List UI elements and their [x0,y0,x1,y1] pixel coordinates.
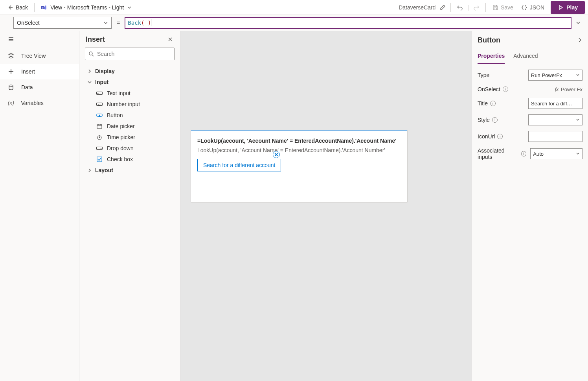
close-icon[interactable] [167,37,174,43]
rail-label: Data [21,84,33,90]
category-input[interactable]: Input [83,77,176,88]
json-button[interactable]: JSON [517,1,548,14]
formula-input[interactable]: Back( ) [125,17,571,29]
pencil-icon [439,4,446,11]
braces-icon [521,4,527,11]
category-label: Layout [95,167,113,173]
prop-label: Associated inputsi [478,147,526,160]
formula-bar: OnSelect = Back( ) [0,15,588,31]
category-display[interactable]: Display [83,66,176,77]
prop-style-select[interactable] [528,114,582,125]
divider [485,3,486,12]
equals-icon: = [112,15,125,31]
rail-insert[interactable]: Insert [0,64,79,79]
insert-check-box[interactable]: Check box [83,154,176,165]
formula-paren: ( ) [141,20,151,26]
arrow-left-icon [7,4,13,11]
redo-button[interactable] [470,1,483,14]
insert-drop-down[interactable]: Drop down [83,143,176,154]
canvas[interactable]: =LookUp(account, 'Account Name' = Entere… [180,31,472,381]
tab-properties[interactable]: Properties [478,50,505,64]
panel-title: Insert [86,35,105,44]
back-button[interactable]: Back [3,1,32,14]
play-icon [558,5,563,10]
insert-button[interactable]: Button [83,110,176,121]
formula-fn: Back [128,20,141,26]
insert-time-picker[interactable]: Time picker [83,132,176,143]
insert-search-input[interactable] [97,51,171,57]
clock-icon [96,134,103,140]
variable-icon: (x) [8,100,14,106]
properties-title: Button [478,36,500,44]
properties-panel: Button Properties Advanced Type Run Powe… [472,31,588,381]
category-label: Display [95,68,115,74]
theme-label: View - Microsoft Teams - Light [50,4,124,11]
theme-selector[interactable]: T View - Microsoft Teams - Light [37,1,136,14]
save-button[interactable]: Save [488,1,517,14]
hamburger-button[interactable] [0,31,79,48]
category-label: Input [95,79,108,85]
info-icon[interactable]: i [497,134,503,139]
insert-panel: Insert Display Input Text input 12 Numbe… [79,31,180,381]
prop-type-value: Run PowerFx [531,72,562,78]
rail-tree-view[interactable]: Tree View [0,48,79,64]
property-selector[interactable]: OnSelect [13,17,112,29]
data-icon [8,84,14,90]
prop-associated-value: Auto [533,151,544,157]
insert-text-input[interactable]: Text input [83,88,176,99]
button-icon [96,113,103,118]
chevron-down-icon [575,20,581,26]
category-layout[interactable]: Layout [83,165,176,176]
prop-associated-select[interactable]: Auto [530,148,582,159]
card-button-label: Search for a different account [203,162,275,168]
insert-item-label: Button [107,112,123,118]
prop-iconurl-input[interactable] [528,131,582,142]
info-icon[interactable]: i [521,151,526,156]
insert-number-input[interactable]: 12 Number input [83,99,176,110]
rail-data[interactable]: Data [0,79,79,95]
prop-row-type: Type Run PowerFx [478,70,582,81]
prop-label: IconUrli [478,133,503,140]
insert-item-label: Check box [107,156,133,162]
prop-label: Type [478,72,489,78]
divider [34,3,35,12]
rail-variables[interactable]: (x) Variables [0,95,79,111]
prop-title-input[interactable]: Search for a differe... [528,98,582,109]
svg-point-3 [9,85,13,87]
back-label: Back [16,4,28,11]
number-input-icon: 12 [96,102,103,107]
divider [450,3,451,12]
card-preview[interactable]: =LookUp(account, 'Account Name' = Entere… [191,130,408,202]
card-subtitle: LookUp(account, 'Account Name' = Entered… [197,147,401,153]
formula-expand-button[interactable] [571,15,585,31]
prop-onselect-link[interactable]: fx Power Fx [555,86,582,92]
info-icon[interactable]: i [492,117,498,123]
tab-advanced[interactable]: Advanced [513,50,538,64]
dropdown-icon [96,146,103,151]
insert-date-picker[interactable]: Date picker [83,121,176,132]
prop-label: Titlei [478,100,496,107]
fx-icon: fx [555,86,559,92]
insert-item-label: Number input [107,101,140,107]
text-input-icon [96,91,103,96]
chevron-right-icon[interactable] [577,37,582,43]
svg-text:T: T [42,6,44,9]
svg-rect-12 [97,157,102,162]
undo-button[interactable] [453,1,467,14]
prop-type-select[interactable]: Run PowerFx [528,70,582,81]
card-search-button[interactable]: Search for a different account [197,159,281,171]
chevron-down-icon [103,20,108,25]
play-label: Play [566,4,578,11]
save-label: Save [501,4,513,11]
insert-search[interactable] [85,48,175,60]
document-name[interactable]: DataverseCard [396,4,448,11]
prop-row-title: Titlei Search for a differe... [478,98,582,109]
info-icon[interactable]: i [503,87,508,92]
play-button[interactable]: Play [551,1,585,14]
info-icon[interactable]: i [490,101,496,106]
tree-icon [8,53,14,59]
panel-header: Insert [83,35,176,48]
selection-handle-icon[interactable] [273,151,280,158]
insert-item-label: Time picker [107,134,135,140]
rail-label: Variables [21,100,44,106]
